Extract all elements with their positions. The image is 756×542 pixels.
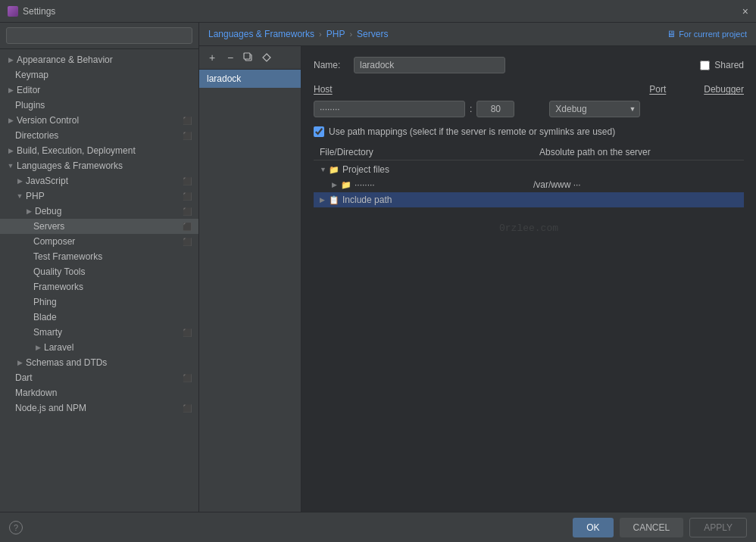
breadcrumb-servers[interactable]: Servers — [357, 29, 388, 39]
include-path-icon: 📋 — [329, 195, 339, 205]
server-list-panel: + − laradock — [199, 46, 301, 512]
port-column-header: Port — [649, 84, 666, 95]
server-config: Name: Shared Host Port Debugger — [301, 46, 756, 512]
include-path-label: Include path — [342, 195, 533, 205]
sidebar-item-javascript[interactable]: ▶ JavaScript ⬛ — [0, 173, 198, 188]
host-column-header: Host — [314, 84, 333, 95]
sidebar-item-laravel[interactable]: ▶ Laravel — [0, 340, 198, 355]
sidebar-item-appearance[interactable]: ▶ Appearance & Behavior — [0, 52, 198, 67]
project-folder-label: ········ — [355, 179, 533, 190]
debugger-select-wrapper: Xdebug Zend Debugger ▼ — [549, 101, 640, 117]
close-button[interactable]: × — [742, 6, 748, 17]
abs-path-header: Absolute path on the server — [539, 147, 744, 157]
breadcrumb-languages[interactable]: Languages & Frameworks — [208, 29, 314, 39]
sidebar-item-keymap[interactable]: Keymap — [0, 67, 198, 83]
project-folder-path: /var/www ··· — [533, 179, 738, 190]
sidebar-item-build[interactable]: ▶ Build, Execution, Deployment — [0, 143, 198, 158]
sidebar-item-languages[interactable]: ▼ Languages & Frameworks — [0, 158, 198, 173]
title-bar-title: Settings — [23, 6, 55, 17]
sidebar-item-dart[interactable]: Dart ⬛ — [0, 370, 198, 385]
chevron-down-icon: ▼ — [15, 192, 24, 201]
sidebar-item-frameworks[interactable]: Frameworks — [0, 279, 198, 294]
sidebar-item-servers[interactable]: Servers ⬛ — [0, 219, 198, 234]
path-mapping-checkbox-input[interactable] — [314, 126, 324, 137]
sidebar-item-schemas[interactable]: ▶ Schemas and DTDs — [0, 355, 198, 370]
sidebar-item-test-frameworks[interactable]: Test Frameworks — [0, 249, 198, 264]
badge-icon: ⬛ — [182, 372, 192, 383]
server-panel: + − laradock — [199, 46, 756, 512]
cancel-button[interactable]: CANCEL — [620, 518, 684, 537]
breadcrumb-sep-2: › — [349, 30, 352, 39]
badge-icon: ⬛ — [182, 115, 192, 126]
sidebar-item-editor[interactable]: ▶ Editor — [0, 83, 198, 98]
search-input[interactable] — [6, 27, 192, 44]
port-colon: : — [470, 104, 472, 114]
project-folder-row[interactable]: ▶ 📁 ········ /var/www ··· — [314, 177, 744, 192]
project-files-header[interactable]: ▼ 📁 Project files — [314, 162, 744, 177]
include-path-abs — [533, 195, 738, 205]
add-server-button[interactable]: + — [204, 49, 220, 66]
remove-server-button[interactable]: − — [222, 49, 239, 66]
copy-server-button[interactable] — [240, 49, 257, 66]
title-bar-left: Settings — [8, 6, 55, 17]
breadcrumb-php[interactable]: PHP — [326, 29, 345, 39]
sidebar-item-php[interactable]: ▼ PHP ⬛ — [0, 188, 198, 204]
shared-checkbox[interactable]: Shared — [700, 60, 744, 70]
folder-icon: 📁 — [329, 165, 339, 175]
path-mapping-label: Use path mappings (select if the server … — [329, 126, 615, 137]
debugger-select[interactable]: Xdebug Zend Debugger — [549, 101, 640, 117]
help-button[interactable]: ? — [9, 521, 23, 534]
chevron-down-icon: ▼ — [6, 161, 15, 170]
debugger-column-header: Debugger — [704, 84, 744, 95]
bottom-bar: ? OK CANCEL APPLY — [0, 512, 756, 542]
move-server-button[interactable] — [258, 49, 275, 66]
ok-button[interactable]: OK — [573, 518, 613, 537]
path-mapping-checkbox[interactable]: Use path mappings (select if the server … — [314, 126, 744, 137]
name-input[interactable] — [354, 57, 505, 73]
shared-checkbox-input[interactable] — [700, 61, 710, 70]
sidebar-item-smarty[interactable]: Smarty ⬛ — [0, 325, 198, 340]
sidebar-tree: ▶ Appearance & Behavior Keymap ▶ Editor … — [0, 49, 198, 512]
chevron-right-icon: ▶ — [15, 358, 24, 367]
host-row: : Xdebug Zend Debugger ▼ — [314, 101, 744, 117]
sidebar-item-nodejs[interactable]: Node.js and NPM ⬛ — [0, 400, 198, 416]
chevron-right-icon: ▶ — [6, 146, 15, 155]
sidebar-item-debug[interactable]: ▶ Debug ⬛ — [0, 204, 198, 219]
host-input[interactable] — [314, 101, 465, 117]
sidebar-item-quality-tools[interactable]: Quality Tools — [0, 264, 198, 279]
title-bar: Settings × — [0, 0, 756, 23]
project-icon: 🖥 — [667, 29, 676, 39]
main-content: Languages & Frameworks › PHP › Servers 🖥… — [199, 23, 756, 512]
include-path-row[interactable]: ▶ 📋 Include path — [314, 192, 744, 207]
chevron-right-icon: ▶ — [6, 86, 15, 95]
chevron-right-icon: ▶ — [332, 181, 341, 188]
sidebar-item-plugins[interactable]: Plugins — [0, 98, 198, 113]
sidebar-item-markdown[interactable]: Markdown — [0, 385, 198, 400]
badge-icon: ⬛ — [182, 130, 192, 141]
svg-marker-2 — [263, 54, 270, 61]
port-input[interactable] — [476, 101, 514, 117]
apply-button[interactable]: APPLY — [689, 518, 747, 537]
chevron-right-icon: ▶ — [6, 116, 15, 125]
file-tree: ▼ 📁 Project files ▶ 📁 ········ /var/www … — [314, 162, 744, 207]
sidebar-item-phing[interactable]: Phing — [0, 294, 198, 310]
chevron-right-icon: ▶ — [6, 55, 15, 64]
svg-rect-1 — [244, 53, 250, 59]
chevron-right-icon: ▶ — [24, 207, 33, 216]
folder-icon: 📁 — [341, 180, 351, 190]
breadcrumb-project: 🖥 For current project — [667, 29, 747, 39]
server-item-laradock[interactable]: laradock — [199, 70, 301, 88]
name-label: Name: — [314, 60, 348, 70]
sidebar-item-version-control[interactable]: ▶ Version Control ⬛ — [0, 113, 198, 128]
server-list: laradock — [199, 70, 301, 512]
file-dir-header: File/Directory — [320, 147, 539, 157]
badge-icon: ⬛ — [182, 221, 192, 232]
dialog-content: ▶ Appearance & Behavior Keymap ▶ Editor … — [0, 23, 756, 512]
action-buttons: OK CANCEL APPLY — [573, 518, 747, 537]
watermark: 0rzlee.com — [314, 223, 744, 234]
chevron-down-icon: ▼ — [320, 166, 329, 173]
sidebar-item-directories[interactable]: Directories ⬛ — [0, 128, 198, 143]
search-bar — [0, 23, 198, 49]
sidebar-item-blade[interactable]: Blade — [0, 310, 198, 325]
sidebar-item-composer[interactable]: Composer ⬛ — [0, 234, 198, 249]
